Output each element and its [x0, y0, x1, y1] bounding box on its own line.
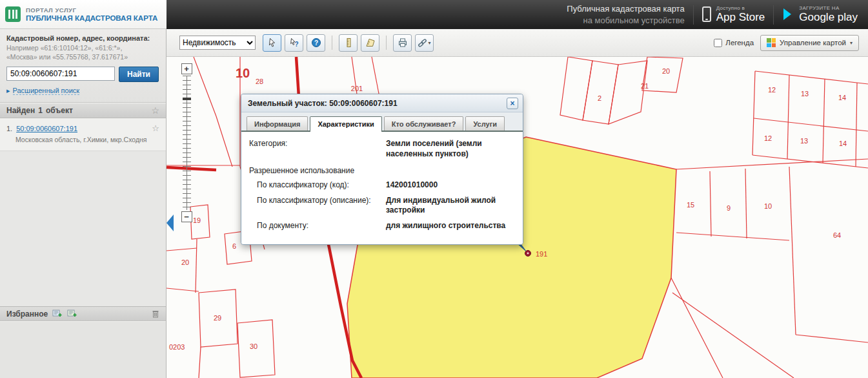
field-value: для жилищного строительства: [386, 221, 515, 231]
popup-tab-strip: Информация Характеристики Кто обслуживае…: [241, 112, 523, 132]
measure-area-button[interactable]: [361, 34, 379, 52]
result-address: Московская область, г.Химки, мкр.Сходня: [6, 136, 159, 145]
help-tool-button[interactable]: ?: [307, 34, 325, 52]
import-favorites-icon[interactable]: [67, 310, 77, 318]
phone-icon: [702, 6, 711, 22]
search-input[interactable]: [6, 67, 115, 81]
zoom-control: + −: [181, 63, 192, 222]
map-canvas[interactable]: 10 28 201 2 20 21 12 13 14 12 13 14 15 9: [167, 57, 868, 378]
map-marker[interactable]: [525, 251, 531, 257]
tab-services[interactable]: Услуги: [465, 116, 505, 131]
zoom-slider-handle[interactable]: [183, 98, 191, 100]
result-item: 1. 50:09:0060607:191 ☆ Московская област…: [0, 118, 166, 151]
app-root: ПОРТАЛ УСЛУГ ПУБЛИЧНАЯ КАДАСТРОВАЯ КАРТА…: [0, 0, 868, 378]
divider: [773, 5, 774, 25]
portal-logo[interactable]: ПОРТАЛ УСЛУГ ПУБЛИЧНАЯ КАДАСТРОВАЯ КАРТА: [0, 0, 167, 29]
layers-grid-icon: [767, 38, 776, 47]
map-area: Недвижимость ? ?: [167, 29, 868, 378]
parcel-label: 14: [839, 140, 847, 147]
tab-who-services[interactable]: Кто обслуживает?: [384, 116, 464, 131]
parcel-label: 19: [193, 216, 201, 224]
tab-information[interactable]: Информация: [247, 116, 308, 131]
identify-tool-button[interactable]: ?: [285, 34, 303, 52]
parcel-info-popup: Земельный участок: 50:09:0060607:191 × И…: [241, 94, 523, 245]
parcel-label: 2: [598, 94, 601, 102]
sidebar-spacer: [0, 151, 166, 306]
legend-checkbox[interactable]: [714, 39, 722, 47]
parcel-label: 13: [800, 137, 808, 145]
section-label: Разрешенное использование: [249, 166, 515, 175]
favorites-label: Избранное: [6, 310, 48, 319]
portal-name: ПОРТАЛ УСЛУГ: [26, 6, 157, 14]
advanced-search-link[interactable]: ▸ Расширенный поиск: [6, 87, 79, 95]
parcel-label: 30: [250, 342, 257, 350]
zoom-slider-track[interactable]: [183, 76, 191, 210]
favorites-empty-area: [0, 321, 166, 378]
parcel-label: 12: [764, 134, 772, 142]
parcel-label: 28: [256, 78, 263, 85]
mobile-promo-text: Публичная кадастровая карта на мобильном…: [567, 3, 684, 26]
field-label: По классификатору (код):: [249, 180, 386, 191]
top-header: ПОРТАЛ УСЛУГ ПУБЛИЧНАЯ КАДАСТРОВАЯ КАРТА…: [0, 0, 868, 29]
identify-icon: ?: [289, 37, 299, 48]
ruler-area-icon: [365, 37, 376, 48]
chevron-down-icon: ▾: [428, 40, 430, 46]
result-link[interactable]: 50:09:0060607:191: [16, 125, 77, 132]
print-button[interactable]: [393, 34, 412, 52]
search-hint-line1: Например «61:6:10104:12», «61:6:*»,: [6, 44, 159, 53]
popup-header[interactable]: Земельный участок: 50:09:0060607:191 ×: [241, 94, 523, 112]
divider: [386, 36, 387, 50]
map-toolbar: Недвижимость ? ?: [167, 29, 868, 57]
parcel-label: 20: [181, 258, 189, 266]
results-count: 1: [38, 106, 43, 115]
popup-body: Категория: Земли поселений (земли населе…: [241, 132, 523, 244]
link-icon: [418, 38, 427, 48]
help-icon: ?: [311, 37, 321, 48]
result-index: 1.: [6, 125, 12, 132]
map-manage-button[interactable]: Управление картой ▾: [760, 35, 859, 51]
pan-tool-button[interactable]: [263, 34, 281, 52]
parcel-label: 201: [351, 85, 363, 92]
parcel-label: 10: [764, 202, 772, 210]
app-title: ПУБЛИЧНАЯ КАДАСТРОВАЯ КАРТА: [26, 14, 157, 22]
field-value: Земли поселений (земли населенных пункто…: [386, 139, 515, 159]
export-favorites-icon[interactable]: [52, 310, 63, 318]
parcel-label: 13: [801, 90, 809, 98]
googleplay-badge[interactable]: ЗАГРУЗИТЕ НА Google play: [782, 6, 858, 23]
marker-label: 191: [536, 250, 547, 258]
appstore-badge[interactable]: Доступно в App Store: [702, 6, 765, 23]
parcel-label: 29: [214, 314, 221, 322]
results-header: Найден 1 объект ☆: [0, 103, 166, 118]
layer-category-select[interactable]: Недвижимость: [179, 36, 256, 50]
field-value: Для индивидуальной жилой застройки: [386, 196, 515, 216]
star-icon[interactable]: ☆: [151, 105, 159, 116]
zoom-out-button[interactable]: −: [181, 211, 192, 222]
cursor-icon: [267, 37, 278, 48]
map-link-button[interactable]: ▾: [415, 34, 434, 52]
trash-icon[interactable]: [152, 310, 159, 318]
parcel-label: 12: [768, 86, 776, 94]
field-label: По документу:: [249, 221, 386, 231]
divider: [693, 5, 694, 25]
parcel-label: 20: [662, 67, 670, 75]
quarter-label: 0203: [169, 343, 185, 351]
star-icon[interactable]: ☆: [152, 123, 159, 133]
portal-logo-text: ПОРТАЛ УСЛУГ ПУБЛИЧНАЯ КАДАСТРОВАЯ КАРТА: [26, 6, 157, 22]
svg-text:?: ?: [314, 39, 318, 47]
field-label: По классификатору (описание):: [249, 196, 386, 216]
close-icon[interactable]: ×: [507, 98, 518, 109]
divider: [332, 36, 332, 50]
chevron-down-icon: ▾: [850, 40, 853, 46]
search-label: Кадастровый номер, адрес, координата:: [6, 34, 159, 42]
tab-characteristics[interactable]: Характеристики: [310, 116, 381, 132]
search-panel: Кадастровый номер, адрес, координата: На…: [0, 29, 166, 103]
play-icon: [782, 8, 794, 21]
find-button[interactable]: Найти: [119, 67, 159, 82]
parcel-label: 14: [838, 94, 846, 101]
arrow-right-icon: ▸: [6, 87, 10, 95]
popup-title: Земельный участок: 50:09:0060607:191: [248, 99, 398, 108]
legend-toggle: Легенда: [714, 39, 754, 47]
printer-icon: [398, 37, 408, 48]
zoom-in-button[interactable]: +: [181, 63, 192, 74]
measure-length-button[interactable]: [339, 34, 358, 52]
